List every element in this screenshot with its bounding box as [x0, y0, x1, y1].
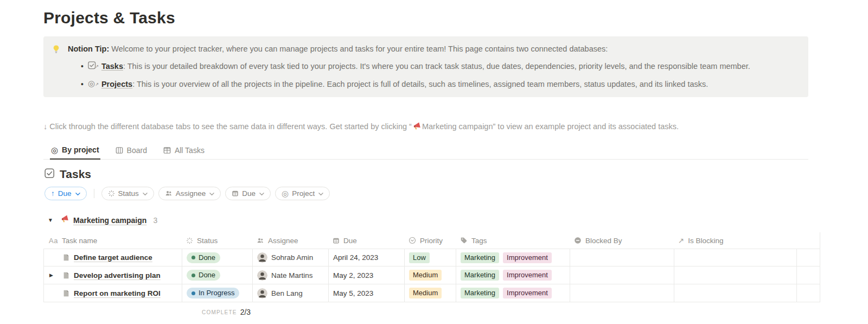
- page-title: Projects & Tasks: [43, 9, 820, 27]
- filter-chip-status[interactable]: Status: [101, 187, 154, 200]
- column-header-priority[interactable]: Priority: [404, 232, 456, 249]
- projects-db-link[interactable]: Projects: [101, 80, 132, 88]
- tasks-checkbox-icon: [44, 168, 55, 181]
- status-pill: Done: [187, 252, 220, 263]
- instruction-text: ↓ Click through the different database t…: [43, 121, 820, 133]
- tab-all-tasks[interactable]: All Tasks: [162, 143, 206, 159]
- text-type-icon: Aa: [49, 237, 58, 245]
- lightbulb-icon: [51, 44, 61, 90]
- task-name-cell[interactable]: ▶ Develop advertising plan: [43, 266, 182, 284]
- tags-cell[interactable]: Marketing Improvement: [456, 249, 570, 266]
- blocked-by-cell[interactable]: [570, 249, 674, 266]
- sort-chip-due[interactable]: ↑ Due: [44, 187, 87, 200]
- project-target-icon: ◎ ↗: [88, 79, 97, 88]
- priority-cell[interactable]: Medium: [404, 284, 456, 302]
- column-header-tags[interactable]: Tags: [456, 232, 570, 249]
- table-icon: [163, 147, 171, 154]
- bullet-marker: •: [81, 79, 84, 90]
- column-header-assignee[interactable]: Assignee: [252, 232, 328, 249]
- chevron-down-icon: [209, 189, 214, 198]
- target-icon: ◎: [51, 146, 58, 154]
- group-toggle-icon[interactable]: ▼: [48, 217, 61, 223]
- group-count: 3: [153, 216, 157, 225]
- tip-label: Notion Tip:: [68, 45, 109, 53]
- avatar: [257, 252, 267, 263]
- notion-tip-callout: Notion Tip: Welcome to your project trac…: [43, 36, 808, 97]
- task-name-cell[interactable]: Define target audience: [43, 249, 182, 266]
- assignee-cell[interactable]: Ben Lang: [252, 284, 328, 302]
- tab-board[interactable]: Board: [114, 143, 148, 159]
- due-cell[interactable]: May 5, 2023: [328, 284, 404, 302]
- database-title: Tasks: [60, 168, 91, 181]
- tags-cell[interactable]: Marketing Improvement: [456, 266, 570, 284]
- column-header-blocked-by[interactable]: Blocked By: [570, 232, 674, 249]
- megaphone-icon: [61, 215, 69, 225]
- chevron-down-icon: [318, 189, 323, 198]
- status-spinner-icon: [186, 237, 193, 244]
- row-expand-toggle[interactable]: ▶: [49, 272, 62, 278]
- tag-icon: [460, 237, 468, 244]
- tag-pill: Marketing: [461, 270, 499, 281]
- extra-cell: [796, 284, 820, 302]
- people-icon: [165, 190, 173, 197]
- extra-cell: [796, 249, 820, 266]
- blocked-by-cell[interactable]: [570, 284, 674, 302]
- priority-cell[interactable]: Low: [404, 249, 456, 266]
- board-icon: [116, 147, 123, 154]
- task-checkbox-icon: ↗: [88, 61, 97, 70]
- column-calculation[interactable]: COMPLETE 2/3: [202, 306, 820, 318]
- tip-bullet-tasks: • ↗ Tasks: This is your detailed breakdo…: [81, 61, 750, 72]
- tip-bullet-projects: • ◎ ↗ Projects: This is your overview of…: [81, 79, 750, 90]
- avatar: [257, 270, 267, 281]
- tasks-table: Aa Task name Status Assignee Due Priorit…: [43, 232, 820, 318]
- assignee-cell[interactable]: Sohrab Amin: [252, 249, 328, 266]
- calendar-icon: [232, 190, 239, 197]
- table-row: ▶ Develop advertising plan Done Nate Mar…: [43, 266, 820, 284]
- priority-pill: Medium: [409, 288, 442, 298]
- task-name-cell[interactable]: Report on marketing ROI: [43, 284, 182, 302]
- page-content: Projects & Tasks Notion Tip: Welcome to …: [0, 0, 820, 318]
- page-icon: [62, 289, 70, 297]
- arrow-up-right-icon: ↗: [678, 236, 684, 245]
- blocked-by-cell[interactable]: [570, 266, 674, 284]
- column-header-status[interactable]: Status: [182, 232, 252, 249]
- is-blocking-cell[interactable]: [674, 266, 796, 284]
- calendar-icon: [333, 237, 340, 244]
- status-cell[interactable]: In Progress: [182, 284, 252, 302]
- is-blocking-cell[interactable]: [674, 284, 796, 302]
- tip-text: Welcome to your project tracker, where y…: [109, 45, 608, 53]
- is-blocking-cell[interactable]: [674, 249, 796, 266]
- status-cell[interactable]: Done: [182, 266, 252, 284]
- column-header-due[interactable]: Due: [328, 232, 404, 249]
- calc-value: 2/3: [240, 308, 251, 316]
- tags-cell[interactable]: Marketing Improvement: [456, 284, 570, 302]
- avatar: [257, 288, 267, 298]
- tasks-db-link[interactable]: Tasks: [101, 62, 123, 71]
- filter-chip-assignee[interactable]: Assignee: [158, 187, 221, 200]
- status-dot: [192, 274, 195, 277]
- callout-body: Notion Tip: Welcome to your project trac…: [68, 43, 750, 90]
- calc-label: COMPLETE: [202, 309, 237, 315]
- due-cell[interactable]: May 2, 2023: [328, 266, 404, 284]
- status-cell[interactable]: Done: [182, 249, 252, 266]
- chevron-down-icon: [259, 189, 264, 198]
- assignee-cell[interactable]: Nate Martins: [252, 266, 328, 284]
- view-tabs: ◎ By project Board All Tasks: [43, 143, 808, 160]
- table-header-row: Aa Task name Status Assignee Due Priorit…: [43, 232, 820, 249]
- filter-chip-project[interactable]: ◎ Project: [275, 187, 330, 200]
- column-header-task-name[interactable]: Aa Task name: [43, 232, 182, 249]
- priority-cell[interactable]: Medium: [404, 266, 456, 284]
- tab-by-project[interactable]: ◎ By project: [50, 143, 100, 160]
- status-pill: Done: [187, 270, 220, 281]
- people-icon: [257, 237, 264, 244]
- group-header-marketing-campaign: ▼ Marketing campaign 3: [43, 215, 820, 225]
- due-cell[interactable]: April 24, 2023: [328, 249, 404, 266]
- table-row: Report on marketing ROI In Progress Ben …: [43, 284, 820, 302]
- select-circle-icon: [409, 237, 416, 244]
- group-name[interactable]: Marketing campaign: [73, 216, 146, 225]
- table-row: Define target audience Done Sohrab Amin …: [43, 249, 820, 266]
- priority-pill: Low: [409, 252, 430, 263]
- column-header-is-blocking[interactable]: ↗ Is Blocking: [674, 232, 796, 249]
- filter-chip-due[interactable]: Due: [225, 187, 271, 200]
- sort-ascending-icon: ↑: [51, 189, 55, 198]
